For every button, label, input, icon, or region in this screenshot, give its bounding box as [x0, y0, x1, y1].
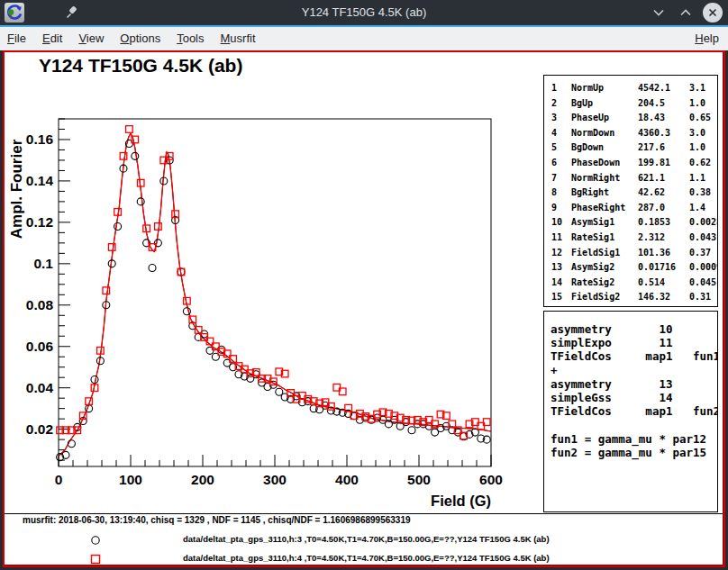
open-square-icon: [90, 552, 101, 568]
x-axis-title: Field (G): [431, 493, 491, 509]
menu-item-tools[interactable]: Tools: [168, 27, 212, 50]
circle-marker: [68, 440, 75, 448]
window-controls: [649, 0, 723, 25]
param-row-AsymSig2: 13AsymSig20.017160.00098: [544, 260, 717, 276]
param-row-RateSig1: 11RateSig12.3120.043: [544, 231, 717, 246]
square-marker: [120, 153, 127, 160]
y-tick-label: 0.1: [33, 256, 53, 271]
param-row-PhaseDown: 6PhaseDown199.810.62: [544, 156, 717, 171]
square-marker: [155, 223, 162, 231]
param-row-FieldSig2: 15FieldSig2146.320.31: [544, 290, 717, 305]
param-row-PhaseRight: 9PhaseRight287.01.4: [544, 201, 717, 216]
param-row-BgRight: 8BgRight42.620.38: [544, 185, 717, 201]
param-row-BgUp: 2BgUp204.51.0: [544, 96, 717, 112]
x-tick-label: 500: [407, 472, 431, 487]
param-row-NormRight: 7NormRight621.11.1: [544, 171, 717, 186]
circle-marker: [149, 264, 156, 271]
minimize-button[interactable]: [649, 3, 669, 23]
close-button[interactable]: [703, 3, 723, 23]
y-tick-label: 0.12: [26, 214, 53, 230]
y-tick-label: 0.08: [26, 297, 54, 312]
x-tick-label: 0: [55, 472, 63, 487]
theory-text: asymmetry 10 simplExpo 11 TFieldCos map1…: [551, 322, 717, 459]
y-tick-label: 0.16: [26, 131, 54, 147]
menu-item-help[interactable]: Help: [687, 27, 728, 50]
root-canvas[interactable]: Y124 TF150G 4.5K (ab) 010020030040050060…: [3, 50, 725, 567]
menu-item-musrfit[interactable]: Musrfit: [213, 27, 264, 50]
menu-item-file[interactable]: File: [0, 27, 34, 50]
y-axis-title: Ampl. Fourier: [8, 139, 25, 239]
titlebar[interactable]: Y124 TF150G 4.5K (ab): [0, 0, 728, 25]
fit-stats-line: musrfit: 2018-06-30, 13:19:40, chisq = 1…: [23, 515, 411, 525]
square-marker: [126, 126, 133, 133]
circle-marker: [183, 308, 190, 315]
pad-separator-line: [3, 513, 725, 514]
menu-item-options[interactable]: Options: [112, 27, 168, 50]
legend-text: data/deltat_pta_gps_3110,h:4 ,T0=4.50K,T…: [183, 553, 550, 563]
menubar: FileEditViewOptionsToolsMusrfitHelp: [0, 27, 728, 50]
window-title: Y124 TF150G 4.5K (ab): [0, 0, 728, 25]
circle-marker: [137, 198, 144, 205]
circle-marker: [408, 427, 415, 434]
param-row-NormDown: 4NormDown4360.33.0: [544, 126, 717, 141]
square-marker: [103, 287, 110, 294]
theory-box[interactable]: asymmetry 10 simplExpo 11 TFieldCos map1…: [543, 311, 718, 512]
legend-row-2[interactable]: data/deltat_pta_gps_3110,h:4 ,T0=4.50K,T…: [3, 552, 725, 565]
circle-marker: [276, 388, 283, 395]
x-tick-label: 100: [119, 472, 142, 487]
x-tick-label: 200: [191, 472, 214, 487]
param-row-RateSig2: 14RateSig20.5140.045: [544, 276, 717, 291]
parameter-box[interactable]: 1NormUp4542.13.12BgUp204.51.03PhaseUp18.…: [543, 75, 718, 307]
app-window: Y124 TF150G 4.5K (ab) FileEditViewOption…: [0, 0, 728, 570]
param-row-AsymSig1: 10AsymSig10.18530.0028: [544, 215, 717, 231]
y-tick-label: 0.04: [26, 380, 54, 395]
menu-item-edit[interactable]: Edit: [34, 27, 70, 50]
y-tick-label: 0.02: [26, 421, 53, 437]
open-circle-icon: [90, 533, 101, 549]
x-tick-label: 600: [479, 472, 503, 487]
fit-curve-red[interactable]: [59, 133, 491, 456]
param-row-NormUp: 1NormUp4542.13.1: [544, 81, 717, 96]
param-row-PhaseUp: 3PhaseUp18.430.65: [544, 111, 717, 126]
circle-marker: [132, 152, 139, 159]
param-row-FieldSig1: 12FieldSig1101.360.37: [544, 246, 717, 261]
menu-item-view[interactable]: View: [70, 27, 112, 50]
maximize-button[interactable]: [676, 3, 696, 23]
square-marker: [108, 244, 115, 251]
param-row-BgDown: 5BgDown217.61.0: [544, 140, 717, 156]
x-tick-label: 400: [335, 472, 359, 487]
circle-marker: [114, 222, 122, 230]
fourier-amplitude-plot[interactable]: 01002003004005006000.020.040.060.080.10.…: [3, 50, 543, 513]
fit-curve-black[interactable]: [59, 133, 491, 456]
legend-text: data/deltat_pta_gps_3110,h:3 ,T0=4.50K,T…: [183, 534, 550, 544]
series-squares[interactable]: [57, 126, 490, 439]
y-tick-label: 0.06: [26, 339, 54, 354]
y-tick-label: 0.14: [26, 173, 54, 188]
x-tick-label: 300: [263, 472, 287, 487]
legend-row-1[interactable]: data/deltat_pta_gps_3110,h:3 ,T0=4.50K,T…: [3, 533, 725, 546]
